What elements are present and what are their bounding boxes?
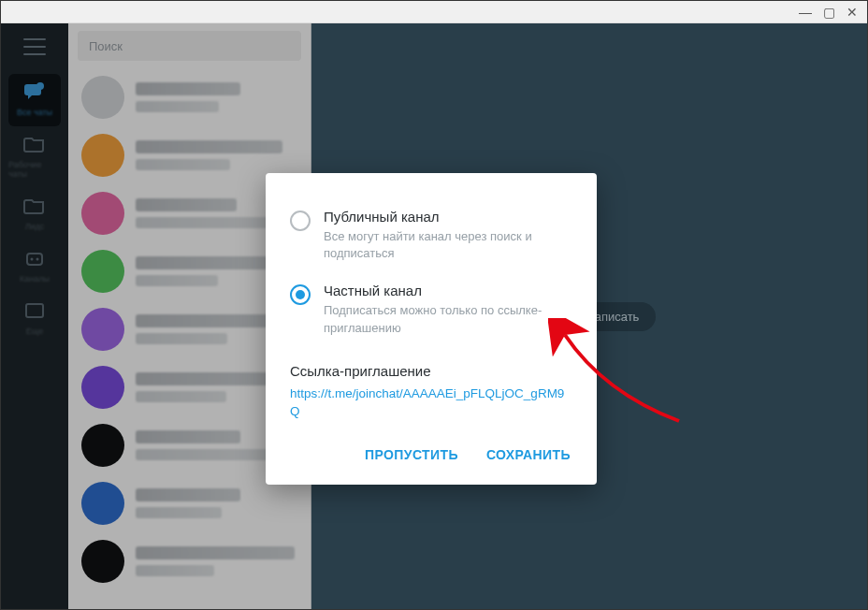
radio-checked-icon xyxy=(290,284,311,305)
maximize-button[interactable]: ▢ xyxy=(823,6,835,19)
dialog-buttons: ПРОПУСТИТЬ СОХРАНИТЬ xyxy=(266,428,597,472)
radio-unchecked-icon xyxy=(290,211,311,231)
invite-link-label: Ссылка-приглашение xyxy=(290,363,572,379)
close-button[interactable]: ✕ xyxy=(846,6,858,19)
app-window: — ▢ ✕ Все чатыРабочие чатыЛидсКаналыЕще … xyxy=(0,0,868,610)
option-description: Подписаться можно только по ссылке-пригл… xyxy=(324,302,572,336)
option-title: Частный канал xyxy=(324,283,572,298)
channel-type-dialog: Публичный канал Все могут найти канал че… xyxy=(266,173,597,485)
option-public-channel[interactable]: Публичный канал Все могут найти канал че… xyxy=(266,199,597,273)
window-titlebar: — ▢ ✕ xyxy=(1,1,867,23)
minimize-button[interactable]: — xyxy=(799,6,812,19)
option-title: Публичный канал xyxy=(324,209,572,225)
invite-link-section: Ссылка-приглашение https://t.me/joinchat… xyxy=(266,348,597,428)
app-body: Все чатыРабочие чатыЛидсКаналыЕще …ли бы… xyxy=(1,23,867,609)
option-description: Все могут найти канал через поиск и подп… xyxy=(324,228,572,262)
save-button[interactable]: СОХРАНИТЬ xyxy=(486,447,571,462)
skip-button[interactable]: ПРОПУСТИТЬ xyxy=(365,447,458,462)
invite-link-value[interactable]: https://t.me/joinchat/AAAAAEi_pFLQLjOC_g… xyxy=(290,385,572,421)
option-private-channel[interactable]: Частный канал Подписаться можно только п… xyxy=(266,273,597,347)
